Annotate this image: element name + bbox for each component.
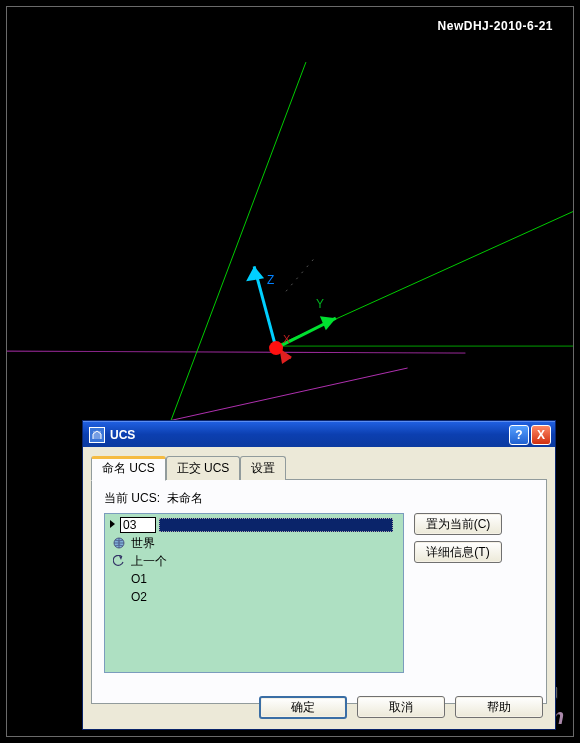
dialog-title: UCS xyxy=(110,428,507,442)
blank-icon xyxy=(111,572,127,586)
svg-line-6 xyxy=(254,266,276,348)
svg-rect-13 xyxy=(93,431,101,439)
rename-input[interactable] xyxy=(120,517,156,533)
list-item[interactable]: O2 xyxy=(109,588,399,606)
y-axis-label: Y xyxy=(316,297,324,311)
ucs-dialog: UCS ? X 命名 UCS 正交 UCS 设置 当前 UCS: 未命名 xyxy=(82,420,556,730)
list-item-label: 上一个 xyxy=(131,553,167,570)
side-button-group: 置为当前(C) 详细信息(T) xyxy=(414,513,502,673)
tab-settings[interactable]: 设置 xyxy=(240,456,286,480)
titlebar-help-button[interactable]: ? xyxy=(509,425,529,445)
svg-line-1 xyxy=(7,351,465,353)
svg-marker-11 xyxy=(280,352,291,364)
dialog-button-row: 确定 取消 帮助 xyxy=(259,696,543,719)
cancel-button[interactable]: 取消 xyxy=(357,696,445,718)
ok-button[interactable]: 确定 xyxy=(259,696,347,719)
svg-line-5 xyxy=(286,256,316,291)
svg-marker-9 xyxy=(320,316,336,330)
svg-point-12 xyxy=(269,341,283,355)
set-current-button[interactable]: 置为当前(C) xyxy=(414,513,502,535)
current-marker-icon xyxy=(110,518,116,532)
previous-icon xyxy=(111,554,127,568)
svg-marker-7 xyxy=(246,266,264,281)
selection-highlight xyxy=(159,518,393,532)
svg-line-2 xyxy=(161,62,305,446)
list-item-label: 世界 xyxy=(131,535,155,552)
list-item[interactable]: O1 xyxy=(109,570,399,588)
timestamp-watermark: NewDHJ-2010-6-21 xyxy=(438,19,553,33)
app-icon xyxy=(89,427,105,443)
dialog-body: 命名 UCS 正交 UCS 设置 当前 UCS: 未命名 xyxy=(83,447,555,729)
list-item-editing[interactable] xyxy=(109,516,399,534)
list-item[interactable]: 上一个 xyxy=(109,552,399,570)
x-axis-label: X xyxy=(283,333,291,345)
z-axis-label: Z xyxy=(267,273,274,287)
blank-icon xyxy=(111,590,127,604)
tab-panel-named: 当前 UCS: 未命名 xyxy=(91,479,547,704)
svg-line-4 xyxy=(276,202,573,346)
list-item-label: O1 xyxy=(131,572,147,586)
svg-marker-14 xyxy=(110,520,115,528)
tab-ortho-ucs[interactable]: 正交 UCS xyxy=(166,456,241,480)
svg-line-10 xyxy=(276,348,291,358)
svg-line-8 xyxy=(276,318,336,348)
list-item-label: O2 xyxy=(131,590,147,604)
current-ucs-label: 当前 UCS: 未命名 xyxy=(104,490,534,507)
globe-icon xyxy=(111,536,127,550)
dialog-titlebar[interactable]: UCS ? X xyxy=(83,421,555,447)
list-item[interactable]: 世界 xyxy=(109,534,399,552)
ucs-list[interactable]: 世界 上一个 O1 O2 xyxy=(104,513,404,673)
details-button[interactable]: 详细信息(T) xyxy=(414,541,502,563)
tab-named-ucs[interactable]: 命名 UCS xyxy=(91,456,166,481)
titlebar-close-button[interactable]: X xyxy=(531,425,551,445)
help-button[interactable]: 帮助 xyxy=(455,696,543,718)
tab-strip: 命名 UCS 正交 UCS 设置 xyxy=(91,455,547,479)
